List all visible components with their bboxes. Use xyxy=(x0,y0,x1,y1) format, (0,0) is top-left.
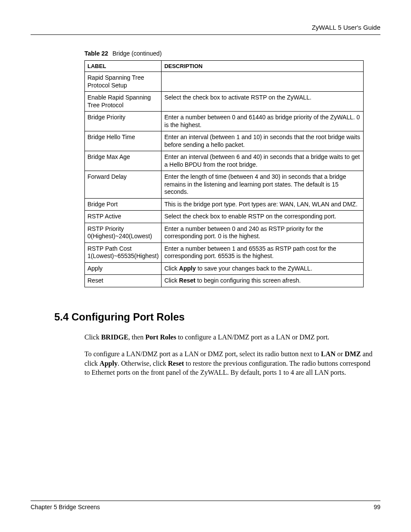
cell-desc: Click Reset to begin configuring this sc… xyxy=(162,275,364,287)
table-header-label: LABEL xyxy=(85,61,162,72)
table-row: RSTP Path Cost 1(Lowest)~65535(Highest) … xyxy=(85,243,364,262)
cell-desc xyxy=(162,72,364,92)
table-row: Bridge Port This is the bridge port type… xyxy=(85,198,364,211)
table-row: Enable Rapid Spanning Tree Protocol Sele… xyxy=(85,92,364,112)
table-row: Apply Click Apply to save your changes b… xyxy=(85,262,364,275)
table-caption-text: Bridge (continued) xyxy=(112,50,162,57)
cell-label: Forward Delay xyxy=(85,171,162,199)
cell-label: Bridge Priority xyxy=(85,112,162,131)
cell-desc: Enter an interval (between 6 and 40) in … xyxy=(162,151,364,171)
cell-label: Rapid Spanning Tree Protocol Setup xyxy=(85,72,162,92)
header-title: ZyWALL 5 User's Guide xyxy=(31,24,380,31)
table-row: RSTP Active Select the check box to enab… xyxy=(85,211,364,223)
cell-desc: Enter a number between 1 and 65535 as RS… xyxy=(162,243,364,262)
table-row: Reset Click Reset to begin configuring t… xyxy=(85,275,364,287)
footer-page-number: 99 xyxy=(374,504,380,510)
cell-desc: Click Apply to save your changes back to… xyxy=(162,262,364,275)
cell-label: Reset xyxy=(85,275,162,287)
table-row: Bridge Max Age Enter an interval (betwee… xyxy=(85,151,364,171)
table-row: Rapid Spanning Tree Protocol Setup xyxy=(85,72,364,92)
cell-desc: Enter the length of time (between 4 and … xyxy=(162,171,364,199)
table-caption: Table 22 Bridge (continued) xyxy=(84,50,380,57)
footer-chapter: Chapter 5 Bridge Screens xyxy=(31,504,100,510)
table-row: Forward Delay Enter the length of time (… xyxy=(85,171,364,199)
cell-desc: Select the check box to enable RSTP on t… xyxy=(162,211,364,223)
cell-label: Bridge Port xyxy=(85,198,162,211)
cell-label: Enable Rapid Spanning Tree Protocol xyxy=(85,92,162,112)
paragraph-2: To configure a LAN/DMZ port as a LAN or … xyxy=(84,349,374,377)
table-caption-number: Table 22 xyxy=(84,50,108,57)
table-row: Bridge Priority Enter a number between 0… xyxy=(85,112,364,131)
cell-desc: Enter an interval (between 1 and 10) in … xyxy=(162,131,364,151)
bridge-table: LABEL DESCRIPTION Rapid Spanning Tree Pr… xyxy=(84,60,364,287)
cell-label: Bridge Hello Time xyxy=(85,131,162,151)
cell-desc: This is the bridge port type. Port types… xyxy=(162,198,364,211)
cell-label: Bridge Max Age xyxy=(85,151,162,171)
cell-label: RSTP Priority 0(Highest)~240(Lowest) xyxy=(85,223,162,243)
table-row: Bridge Hello Time Enter an interval (bet… xyxy=(85,131,364,151)
footer-rule xyxy=(31,501,380,501)
cell-desc: Enter a number between 0 and 61440 as br… xyxy=(162,112,364,131)
table-row: RSTP Priority 0(Highest)~240(Lowest) Ent… xyxy=(85,223,364,243)
cell-desc: Select the check box to activate RSTP on… xyxy=(162,92,364,112)
footer: Chapter 5 Bridge Screens 99 xyxy=(31,501,380,510)
cell-desc: Enter a number between 0 and 240 as RSTP… xyxy=(162,223,364,243)
header-rule xyxy=(31,34,380,35)
paragraph-1: Click BRIDGE, then Port Roles to configu… xyxy=(84,333,374,342)
cell-label: RSTP Path Cost 1(Lowest)~65535(Highest) xyxy=(85,243,162,262)
table-header-description: DESCRIPTION xyxy=(162,61,364,72)
cell-label: RSTP Active xyxy=(85,211,162,223)
section-heading: 5.4 Configuring Port Roles xyxy=(54,311,380,323)
cell-label: Apply xyxy=(85,262,162,275)
